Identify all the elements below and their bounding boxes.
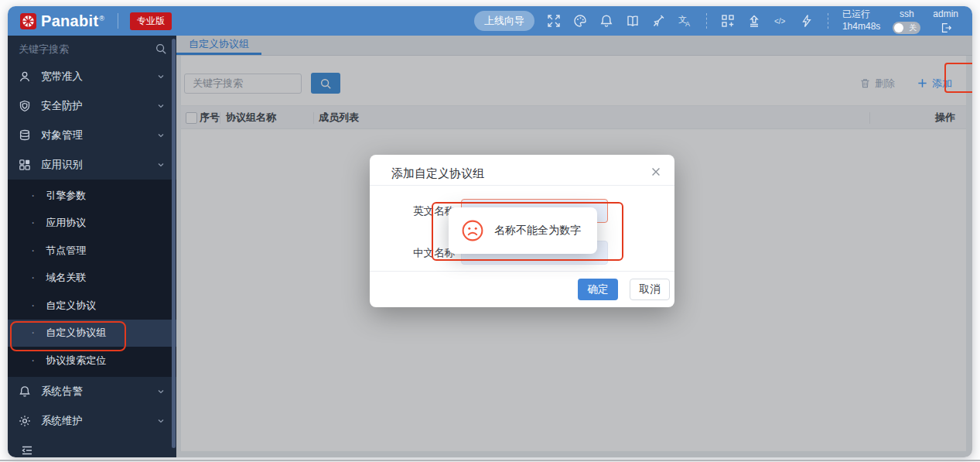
bullet: · [31, 327, 35, 339]
sidebar-item-protocol-search[interactable]: · 协议搜索定位 [8, 347, 176, 375]
sidebar-item-label: 宽带准入 [41, 70, 83, 84]
clean-broom-icon[interactable] [652, 14, 666, 28]
sidebar-item-label: 对象管理 [41, 128, 83, 142]
edition-badge: 专业版 [130, 12, 172, 30]
sidebar-item-domain-association[interactable]: · 域名关联 [8, 265, 176, 293]
sidebar-subitem-label: 域名关联 [46, 271, 86, 285]
sidebar-scrollbar[interactable] [172, 39, 176, 448]
sidebar-subitem-label: 自定义协议组 [46, 326, 106, 340]
sidebar-item-broadband-access[interactable]: 宽带准入 [8, 62, 176, 91]
bullet: · [31, 190, 35, 202]
app-window: Panabit ® 专业版 上线向导 [8, 6, 972, 457]
svg-text:A: A [685, 20, 690, 28]
apps-icon [19, 159, 31, 171]
toolbar-divider [706, 13, 707, 29]
quick-action-lightning-icon[interactable] [800, 14, 814, 28]
sidebar-item-app-identification[interactable]: 应用识别 [8, 150, 176, 180]
bullet: · [31, 217, 35, 229]
user-icon [19, 70, 31, 83]
ssh-toggle-knob [894, 23, 903, 33]
code-console-icon[interactable]: </> [773, 14, 787, 28]
sidebar-subitem-label: 应用协议 [46, 216, 86, 230]
dialog-footer-divider [370, 271, 674, 272]
sidebar-subitem-label: 节点管理 [46, 244, 86, 258]
sidebar-item-system-maintenance[interactable]: 系统维护 [8, 406, 176, 436]
logo-registered-mark: ® [99, 15, 104, 22]
username: admin [933, 9, 958, 19]
uptime-label: 已运行 [842, 9, 880, 21]
sidebar-item-label: 应用识别 [41, 158, 83, 172]
chevron-down-icon [156, 72, 166, 81]
bullet: · [31, 299, 35, 312]
svg-text:</>: </> [774, 17, 786, 26]
app-body: 宽带准入 安全防护 对 [8, 36, 972, 457]
sidebar-item-engine-params[interactable]: · 引擎参数 [8, 182, 176, 210]
sidebar-subitem-label: 自定义协议 [46, 299, 96, 313]
confirm-button[interactable]: 确定 [578, 279, 618, 300]
upgrade-icon[interactable] [747, 14, 761, 28]
cancel-button[interactable]: 取消 [630, 279, 670, 300]
database-icon [19, 129, 31, 142]
sidebar-collapse-control[interactable] [8, 436, 176, 458]
sidebar-subitem-label: 协议搜索定位 [46, 354, 106, 368]
chevron-down-icon [156, 387, 166, 396]
sidebar-search-input[interactable] [19, 43, 155, 55]
app-identification-submenu: · 引擎参数 · 应用协议 · 节点管理 · 域名关联 [8, 180, 176, 377]
logo: Panabit ® [20, 12, 104, 30]
error-tooltip: 名称不能全为数字 [449, 207, 597, 254]
error-message: 名称不能全为数字 [494, 224, 581, 238]
sidebar-item-label: 安全防护 [41, 99, 83, 113]
user-control: admin [933, 9, 958, 34]
sidebar-item-custom-protocol[interactable]: · 自定义协议 [8, 292, 176, 320]
chevron-down-icon [156, 131, 166, 140]
ssh-toggle[interactable]: 关 [893, 22, 920, 34]
sidebar-item-security[interactable]: 安全防护 [8, 91, 176, 121]
sidebar-item-custom-protocol-group[interactable]: · 自定义协议组 [8, 320, 176, 347]
manual-book-icon[interactable] [626, 14, 640, 28]
theme-palette-icon[interactable] [573, 14, 587, 28]
uptime-status: 已运行 1h4m48s [842, 9, 880, 33]
online-wizard-button[interactable]: 上线向导 [474, 11, 534, 31]
screenshot-stage: Panabit ® 专业版 上线向导 [0, 0, 980, 462]
chevron-down-icon [156, 101, 166, 111]
screen-bottom-edge [0, 460, 980, 461]
fullscreen-icon[interactable] [547, 14, 561, 28]
sidebar-item-app-protocol[interactable]: · 应用协议 [8, 210, 176, 238]
toolbar-divider [828, 13, 828, 29]
dialog-header-divider [370, 185, 674, 186]
bullet: · [31, 354, 35, 367]
uptime-value: 1h4m48s [842, 21, 880, 33]
ssh-toggle-state: 关 [909, 22, 917, 33]
close-icon[interactable] [650, 166, 662, 178]
translate-icon[interactable]: 文 A [678, 14, 692, 28]
logo-text: Panabit [41, 12, 98, 30]
sidebar-item-label: 系统维护 [41, 414, 83, 428]
top-header: Panabit ® 专业版 上线向导 [8, 6, 972, 36]
gear-icon [19, 415, 31, 427]
ssh-control: ssh 关 [893, 9, 920, 34]
bell-icon [19, 385, 31, 398]
sidebar: 宽带准入 安全防护 对 [8, 36, 176, 457]
sidebar-item-label: 系统告警 [41, 385, 83, 399]
bullet: · [31, 245, 35, 257]
ssh-label: ssh [900, 9, 914, 19]
search-icon[interactable] [155, 43, 167, 55]
apps-grid-icon[interactable] [721, 14, 735, 28]
sidebar-item-object-management[interactable]: 对象管理 [8, 121, 176, 150]
main-area: 自定义协议组 [176, 36, 972, 457]
header-toolbar: 上线向导 [474, 9, 958, 34]
logout-icon[interactable] [940, 22, 952, 34]
chevron-down-icon [156, 160, 166, 169]
shield-icon [19, 100, 31, 112]
sidebar-search [8, 36, 176, 62]
chevron-down-icon [156, 416, 166, 426]
sidebar-item-node-management[interactable]: · 节点管理 [8, 237, 176, 265]
bullet: · [31, 272, 35, 284]
header-divider [118, 13, 118, 29]
sidebar-item-system-alarm[interactable]: 系统告警 [8, 377, 176, 406]
sad-face-icon [461, 219, 484, 242]
sidebar-subitem-label: 引擎参数 [46, 189, 86, 203]
notification-bell-icon[interactable] [599, 14, 613, 28]
collapse-icon [20, 443, 34, 457]
dialog-title: 添加自定义协议组 [391, 166, 484, 181]
